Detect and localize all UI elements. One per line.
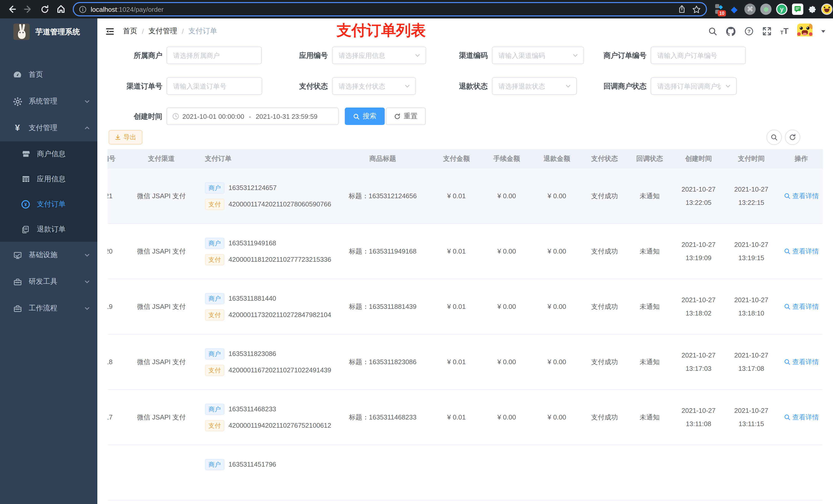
circled-yen-icon: ¥ [21,199,31,209]
browser-window: localhost:1024/pay/order ◆10 ◆ ⌘ y [0,0,833,504]
notify-status-filter-label: 回调商户状态 [564,77,646,95]
order-id-cell: 19 [108,302,123,312]
svg-text:¥: ¥ [24,202,27,207]
channel-order-no-filter-field[interactable] [172,82,257,90]
pay-tag: 支付 [205,364,224,376]
table-row[interactable]: 商户1635311451796 [108,445,823,500]
pay-time-cell: 2021-10-2713:18:10 [725,295,778,318]
home-icon[interactable] [54,3,68,16]
site-info-icon[interactable] [79,5,87,13]
extension-y-icon[interactable]: y [776,4,787,15]
table-row[interactable]: 19微信 JSAPI 支付商户1635311881440支付4200001173… [108,279,823,334]
extensions-puzzle-icon[interactable] [808,5,817,14]
reset-button[interactable]: 重置 [386,107,426,125]
pay-tag: 支付 [205,420,224,431]
avatar-caret-icon[interactable] [821,30,825,32]
chevron-down-icon [84,279,90,285]
extension-command-icon[interactable]: ⌘ [744,4,756,15]
pay-status-filter-label: 支付状态 [245,77,328,95]
back-icon[interactable] [5,3,19,16]
show-search-toggle-button[interactable] [766,129,782,145]
sidebar-item-workflow[interactable]: 工作流程 [0,295,97,322]
notify-status-filter-select[interactable] [651,77,737,95]
column-header-10: 支付时间 [725,154,778,163]
app-no-filter-field[interactable] [338,51,411,60]
pay-order-cell: 商户1635312124657支付42000011742021102780605… [200,182,334,210]
fullscreen-icon[interactable] [762,27,771,36]
help-icon[interactable]: ? [744,27,754,36]
pay-tag: 支付 [205,254,224,265]
merchant-tag: 商户 [205,459,224,470]
column-header-2: 支付订单 [200,154,334,163]
search-button[interactable]: 搜索 [345,107,385,125]
view-detail-link[interactable]: 查看详情 [784,357,819,367]
share-icon[interactable] [678,5,686,13]
order-id-cell: 21 [108,191,123,201]
extension-badge-icon[interactable]: ◆10 [715,4,724,15]
breadcrumb-home[interactable]: 首页 [123,27,137,36]
date-end: 2021-10-31 23:59:59 [256,113,317,120]
profile-emoji-icon[interactable] [821,4,832,15]
sidebar-item-infra[interactable]: 基础设施 [0,242,97,268]
channel-code-filter-field[interactable] [497,51,569,60]
create-time-cell-time: 13:18:02 [686,308,711,318]
refund-status-filter-field[interactable] [497,82,562,90]
chevron-down-icon [84,252,90,258]
export-button[interactable]: 导出 [109,130,142,144]
url-bar[interactable]: localhost:1024/pay/order [73,2,707,16]
view-detail-link[interactable]: 查看详情 [784,246,819,256]
create-time-cell-date: 2021-10-27 [682,350,716,360]
extension-chat-icon[interactable] [792,4,803,15]
product-title-cell: 标题：1635311823086 [334,357,431,367]
create-time-cell [672,471,725,474]
create-time-range-input[interactable]: 2021-10-01 00:00:00 - 2021-10-31 23:59:5… [166,107,339,125]
view-detail-link[interactable]: 查看详情 [784,191,819,201]
table-row[interactable]: 20微信 JSAPI 支付商户1635311949168支付4200001181… [108,224,823,279]
merchant-tag: 商户 [205,348,224,359]
reload-icon[interactable] [38,3,51,16]
pay-order-cell: 商户1635311468233支付42000011942021102767521… [200,403,334,431]
fee-amount-cell: ¥ 0.00 [481,191,532,201]
column-header-9: 创建时间 [672,154,725,163]
toolbox-icon [12,304,23,313]
sidebar-collapse-icon[interactable] [105,26,115,36]
yen-icon: ¥ [12,123,23,133]
pay-order-cell: 商户1635311451796 [200,459,334,486]
bookmark-star-icon[interactable] [692,5,701,14]
github-icon[interactable] [726,26,736,36]
table-row[interactable]: 17微信 JSAPI 支付商户1635311468233支付4200001194… [108,390,823,445]
create-time-cell-time: 13:17:03 [686,364,711,374]
create-time-cell: 2021-10-2713:18:02 [672,295,725,318]
view-detail-link[interactable]: 查看详情 [784,302,819,312]
sidebar-item-refund-order[interactable]: 退款订单 [0,217,97,242]
view-detail-link[interactable]: 查看详情 [784,412,819,422]
sidebar-item-pay-order[interactable]: ¥ 支付订单 [0,192,97,217]
pay-time-cell: 2021-10-2713:17:08 [725,350,778,374]
merchant-filter-field[interactable] [172,51,256,60]
refresh-button[interactable] [785,129,800,145]
merchant-tag: 商户 [205,237,224,249]
merchant-order-no: 1635311823086 [229,349,276,359]
table-row[interactable]: 18微信 JSAPI 支付商户1635311823086支付4200001167… [108,334,823,390]
search-icon[interactable] [708,27,717,36]
extension-dot-icon[interactable] [760,4,771,15]
merchant-order-no-filter-field[interactable] [656,51,740,60]
extension-gem-icon[interactable]: ◆ [729,4,740,15]
pay-status-filter-field[interactable] [338,82,401,90]
product-title-cell: 标题：1635311949168 [334,246,431,256]
pay-status-filter-select[interactable] [332,77,416,95]
forward-icon[interactable] [22,3,35,16]
sidebar-item-app-info[interactable]: 应用信息 [0,166,97,192]
sidebar-item-merchant-info[interactable]: 商户信息 [0,141,97,166]
merchant-order-no-filter-input[interactable] [651,47,746,64]
notify-status-filter-field[interactable] [656,82,722,90]
font-size-icon[interactable]: TT [780,27,788,35]
extensions-row: ◆10 ◆ ⌘ y [715,2,833,16]
pay-channel-cell: 微信 JSAPI 支付 [123,191,200,201]
breadcrumb-pay[interactable]: 支付管理 [148,27,177,36]
monitor-chart-icon [12,251,23,259]
sidebar-item-devtool[interactable]: 研发工具 [0,268,97,295]
table-row[interactable]: 21微信 JSAPI 支付商户1635312124657支付4200001174… [108,169,823,224]
pay-time-cell-date: 2021-10-27 [734,350,768,360]
date-start: 2021-10-01 00:00:00 [182,113,244,120]
